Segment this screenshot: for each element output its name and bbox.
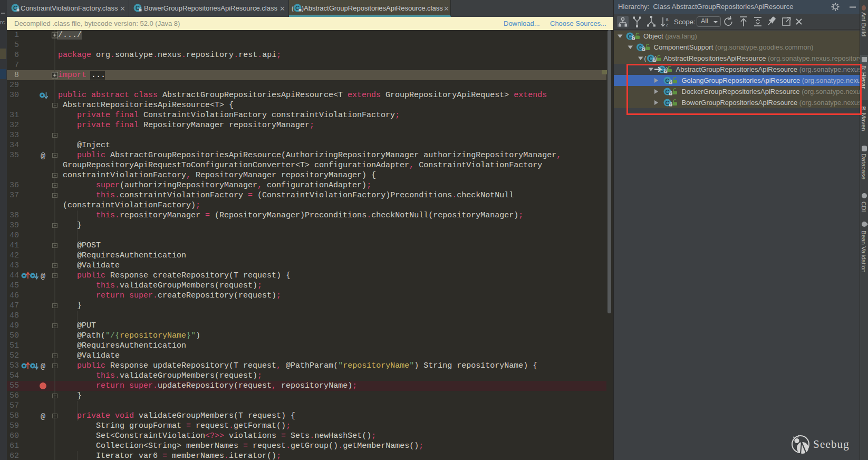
svg-text:@: @ [41,272,45,281]
svg-text:@: @ [41,413,45,421]
svg-text:@: @ [41,152,45,161]
svg-text:(: ( [292,5,294,12]
svg-text:@: @ [41,362,45,371]
svg-text:Seebug: Seebug [813,438,850,451]
